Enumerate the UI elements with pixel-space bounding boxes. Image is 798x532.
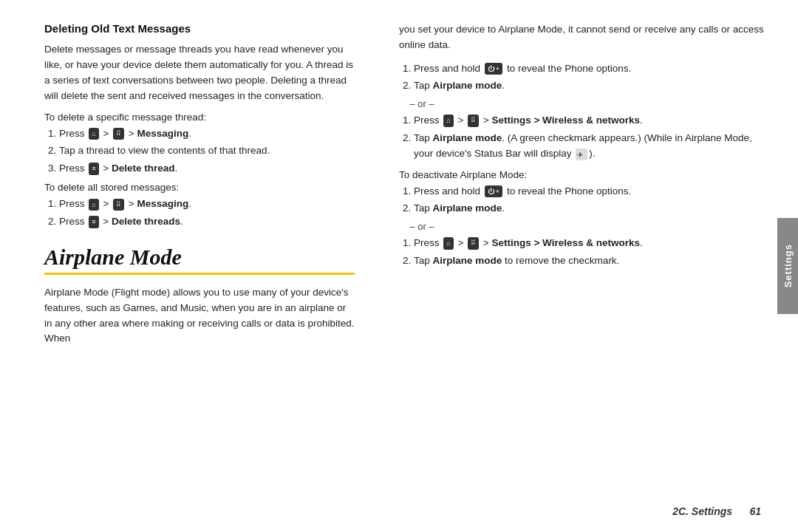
- deactivate-list: Press and hold ⏻ ◈ to reveal the Phone o…: [414, 183, 768, 216]
- settings-sidebar-tab: Settings: [777, 218, 798, 314]
- menu-icon2: ⠿: [113, 199, 124, 211]
- list-item: Tap Airplane mode. (A green checkmark ap…: [414, 130, 768, 162]
- home-icon2: ⌂: [89, 199, 98, 211]
- press-hold-text-2: Press and hold: [414, 185, 480, 197]
- power-icon-2: ⏻ ◈: [485, 185, 503, 197]
- deactivate-alt-list: Press ⌂ > ⠿ > Settings > Wireless & netw…: [414, 235, 768, 268]
- all-stored-list: Press ⌂ > ⠿ > Messaging. Press ≡ > Delet…: [59, 196, 355, 229]
- home-icon: ⌂: [89, 128, 98, 140]
- list-item: Press ⌂ > ⠿ > Messaging.: [59, 126, 355, 142]
- right-intro: you set your device to Airplane Mode, it…: [399, 22, 768, 53]
- specific-thread-label: To delete a specific message thread:: [44, 112, 355, 123]
- intro-text: Delete messages or message threads you h…: [44, 42, 355, 104]
- home-icon4: ⌂: [443, 237, 453, 249]
- airplane-mode-title: Airplane Mode: [44, 245, 355, 270]
- list-item: Press ⌂ > ⠿ > Settings > Wireless & netw…: [414, 112, 768, 129]
- footer-section: 2C. Settings: [672, 505, 732, 517]
- power-icon: ⏻ ◈: [485, 63, 503, 75]
- airplane-intro: Airplane Mode (Flight mode) allows you t…: [44, 285, 355, 347]
- list-item: Tap a thread to view the contents of tha…: [59, 143, 355, 159]
- menu-icon4: ⠿: [468, 237, 479, 249]
- left-column: Deleting Old Text Messages Delete messag…: [44, 22, 384, 510]
- sidebar-label: Settings: [782, 244, 794, 287]
- menu-icon3: ⠿: [468, 115, 479, 126]
- list-item: Press ≡ > Delete threads.: [59, 214, 355, 230]
- activate-list: Press and hold ⏻ ◈ to reveal the Phone o…: [414, 61, 768, 94]
- list-item: Tap Airplane mode to remove the checkmar…: [414, 253, 768, 269]
- all-stored-label: To delete all stored messages:: [44, 182, 355, 193]
- menu-icon: ⠿: [113, 128, 124, 140]
- list-item: Press ⌂ > ⠿ > Settings > Wireless & netw…: [414, 235, 768, 251]
- right-column: you set your device to Airplane Mode, it…: [384, 22, 768, 510]
- or-divider-2: – or –: [399, 221, 768, 232]
- home-icon3: ⌂: [443, 115, 453, 126]
- yellow-divider: [44, 273, 355, 275]
- list-item: Tap Airplane mode.: [414, 200, 768, 216]
- deactivate-label: To deactivate Airplane Mode:: [399, 169, 768, 180]
- or-divider-1: – or –: [399, 98, 768, 109]
- list-item: Press ≡ > Delete thread.: [59, 160, 355, 177]
- activate-alt-list: Press ⌂ > ⠿ > Settings > Wireless & netw…: [414, 112, 768, 162]
- airplane-status-icon: ✈: [576, 149, 587, 160]
- section-title: Deleting Old Text Messages: [44, 22, 355, 35]
- footer-page-number: 61: [749, 505, 761, 517]
- list-item: Press and hold ⏻ ◈ to reveal the Phone o…: [414, 61, 768, 77]
- specific-thread-list: Press ⌂ > ⠿ > Messaging. Tap a thread to…: [59, 126, 355, 177]
- svg-text:✈: ✈: [577, 151, 583, 159]
- footer: 2C. Settings 61: [672, 505, 761, 517]
- options-icon2: ≡: [89, 216, 98, 228]
- list-item: Tap Airplane mode.: [414, 78, 768, 94]
- options-icon: ≡: [89, 163, 98, 174]
- list-item: Press and hold ⏻ ◈ to reveal the Phone o…: [414, 183, 768, 200]
- press-hold-text: Press and hold: [414, 63, 480, 74]
- list-item: Press ⌂ > ⠿ > Messaging.: [59, 196, 355, 212]
